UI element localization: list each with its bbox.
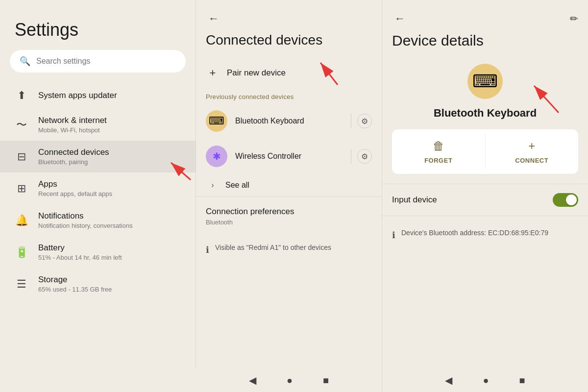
see-all-label: See all (225, 181, 249, 190)
network-sub: Mobile, Wi-Fi, hotspot (38, 126, 181, 134)
storage-icon: ☰ (15, 278, 28, 291)
arrow-pair-device (308, 53, 343, 87)
keyboard-settings-gear[interactable]: ⚙ (357, 114, 372, 128)
connect-label: CONNECT (515, 157, 548, 164)
plus-icon: + (206, 67, 220, 79)
forget-icon: 🗑 (433, 139, 444, 153)
keyboard-device-name: Bluetooth Keyboard (235, 117, 345, 125)
edit-icon[interactable]: ✏ (570, 13, 578, 24)
previously-connected-label: Previously connected devices (196, 88, 382, 103)
system-apps-icon: ⬆ (15, 89, 28, 102)
info-icon-right: ℹ (392, 230, 395, 241)
connected-devices-panel: ← Connected devices + Pair new device Pr… (196, 0, 382, 392)
chevron-right-icon: › (206, 181, 220, 190)
home-button-middle-nav[interactable]: ● (284, 372, 295, 389)
middle-header: ← (196, 0, 382, 32)
recents-button-middle-nav[interactable]: ■ (320, 372, 332, 389)
apps-icon: ⊞ (15, 182, 28, 195)
connect-icon: + (528, 139, 535, 153)
pair-new-device-label: Pair new device (227, 68, 286, 78)
input-device-label: Input device (392, 195, 553, 205)
controller-settings-gear[interactable]: ⚙ (357, 149, 372, 164)
forget-label: FORGET (424, 157, 452, 164)
connect-button[interactable]: + CONNECT (486, 129, 579, 174)
device-item-keyboard[interactable]: ⌨ Bluetooth Keyboard ⚙ (196, 103, 382, 139)
device-large-icon: ⌨ (467, 64, 503, 99)
bluetooth-address: Device's Bluetooth address: EC:DD:68:95:… (401, 229, 548, 237)
keyboard-device-icon: ⌨ (206, 110, 227, 132)
sidebar-item-battery[interactable]: 🔋 Battery 51% - About 14 hr, 46 min left (0, 236, 196, 268)
connection-prefs-title: Connection preferences (206, 207, 372, 217)
right-nav-bar: ◀ ● ■ (382, 368, 588, 392)
device-details-heading: Device details (382, 32, 588, 64)
network-icon: 〜 (15, 118, 28, 132)
back-button-right[interactable]: ← (392, 10, 408, 27)
toggle-knob (566, 195, 577, 205)
search-input[interactable] (36, 57, 176, 66)
see-all-item[interactable]: › See all (196, 174, 382, 197)
device-large-icon-wrapper: ⌨ (382, 64, 588, 99)
input-device-toggle[interactable] (553, 193, 578, 207)
forget-button[interactable]: 🗑 FORGET (392, 129, 485, 174)
sidebar-item-system-apps[interactable]: ⬆ System apps updater (0, 82, 196, 109)
storage-sub: 65% used - 11.35 GB free (38, 286, 181, 293)
settings-list: ⬆ System apps updater 〜 Network & intern… (0, 82, 196, 392)
back-button-middle-nav[interactable]: ◀ (246, 371, 259, 389)
sidebar-item-connected-devices[interactable]: ⊟ Connected devices Bluetooth, pairing (0, 141, 196, 172)
notifications-title: Notifications (38, 211, 181, 221)
svg-line-5 (534, 86, 559, 113)
action-buttons-card: 🗑 FORGET + CONNECT (392, 129, 578, 174)
device-item-controller[interactable]: ✱ Wireless Controller ⚙ (196, 139, 382, 174)
system-apps-title: System apps updater (38, 91, 181, 100)
notifications-icon: 🔔 (15, 214, 28, 227)
svg-line-1 (171, 163, 191, 180)
controller-device-icon: ✱ (206, 146, 227, 167)
home-button-right-nav[interactable]: ● (480, 372, 491, 389)
settings-panel: Settings 🔍 ⬆ System apps updater 〜 Netwo… (0, 0, 196, 392)
connected-devices-icon: ⊟ (15, 150, 28, 163)
notifications-sub: Notification history, conversations (38, 222, 181, 229)
pair-new-device-item[interactable]: + Pair new device (196, 58, 382, 88)
visible-text: Visible as "Redmi A1" to other devices (215, 244, 331, 251)
settings-title: Settings (0, 0, 196, 50)
network-title: Network & internet (38, 116, 181, 125)
bluetooth-info: ℹ Device's Bluetooth address: EC:DD:68:9… (382, 221, 588, 248)
battery-icon: 🔋 (15, 246, 28, 259)
apps-title: Apps (38, 179, 181, 189)
recents-button-right-nav[interactable]: ■ (516, 372, 528, 389)
device-details-panel: ← ✏ Device details ⌨ Bluetooth Keyboard … (382, 0, 588, 392)
svg-line-3 (320, 63, 338, 85)
connection-preferences-item[interactable]: Connection preferences Bluetooth (196, 197, 382, 236)
controller-divider (351, 149, 351, 164)
apps-sub: Recent apps, default apps (38, 190, 181, 197)
keyboard-divider (351, 114, 351, 128)
controller-device-name: Wireless Controller (235, 152, 345, 161)
sidebar-item-storage[interactable]: ☰ Storage 65% used - 11.35 GB free (0, 268, 196, 300)
arrow-device-name (524, 78, 564, 118)
search-bar[interactable]: 🔍 (10, 50, 186, 73)
battery-sub: 51% - About 14 hr, 46 min left (38, 254, 181, 261)
storage-title: Storage (38, 275, 181, 285)
back-button-middle[interactable]: ← (206, 10, 221, 27)
sidebar-item-notifications[interactable]: 🔔 Notifications Notification history, co… (0, 204, 196, 236)
connected-devices-heading: Connected devices (196, 32, 382, 58)
info-icon-middle: ℹ (206, 245, 209, 255)
left-nav-bar: ◀ ● ■ (0, 368, 196, 392)
middle-nav-bar: ◀ ● ■ (196, 368, 382, 392)
search-icon: 🔍 (20, 56, 30, 67)
input-device-row: Input device (382, 184, 588, 216)
arrow-connected-devices (161, 153, 196, 182)
visible-notice: ℹ Visible as "Redmi A1" to other devices (196, 236, 382, 263)
right-header: ← ✏ (382, 0, 588, 32)
back-button-right-nav[interactable]: ◀ (442, 371, 455, 389)
connected-devices-sub: Bluetooth, pairing (38, 158, 181, 166)
sidebar-item-network[interactable]: 〜 Network & internet Mobile, Wi-Fi, hots… (0, 109, 196, 141)
connected-devices-title: Connected devices (38, 147, 181, 157)
battery-title: Battery (38, 243, 181, 253)
connection-prefs-sub: Bluetooth (206, 219, 372, 226)
